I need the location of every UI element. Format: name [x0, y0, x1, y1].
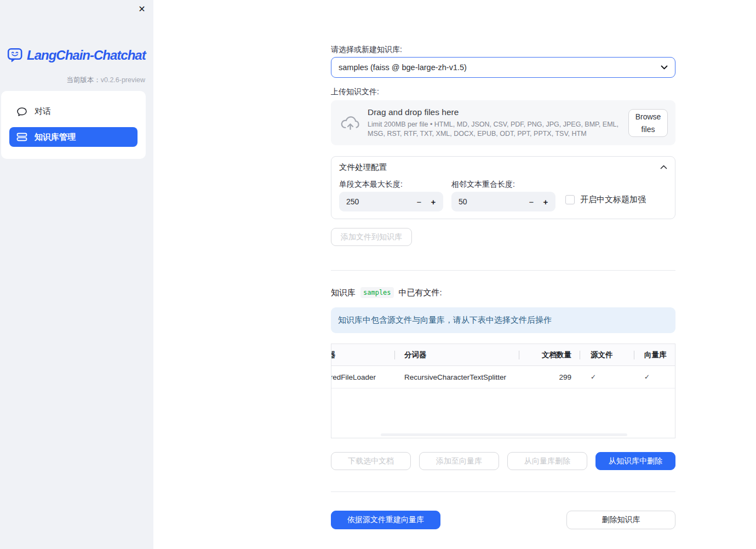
- delete-from-kb-button[interactable]: 从知识库中删除: [595, 452, 675, 470]
- kb-files-heading: 知识库 samples 中已有文件:: [331, 287, 442, 298]
- column-header-doc-count[interactable]: 文档数量: [519, 344, 580, 365]
- table-row[interactable]: UnstructuredFileLoader RecursiveCharacte…: [331, 366, 675, 388]
- expander-title: 文件处理配置: [339, 162, 387, 173]
- kb-files-table[interactable]: 文档加载器 分词器 文档数量 源文件 向量库 UnstructuredFileL…: [331, 344, 675, 438]
- info-banner: 知识库中包含源文件与向量库，请从下表中选择文件后操作: [331, 307, 675, 333]
- chevron-up-icon: [660, 165, 667, 169]
- column-header-splitter[interactable]: 分词器: [395, 344, 519, 365]
- rebuild-vector-store-button[interactable]: 依据源文件重建向量库: [331, 511, 440, 529]
- version-text: 当前版本：v0.2.6-preview: [66, 76, 145, 85]
- chevron-down-icon: [661, 65, 668, 70]
- app-title: LangChain-Chatchat: [27, 48, 146, 63]
- column-header-vector-store[interactable]: 向量库: [634, 344, 675, 365]
- info-banner-text: 知识库中包含源文件与向量库，请从下表中选择文件后操作: [338, 315, 552, 325]
- table-header: 文档加载器 分词器 文档数量 源文件 向量库: [331, 344, 675, 366]
- dropzone-limit: Limit 200MB per file • HTML, MD, JSON, C…: [368, 120, 626, 138]
- chunk-size-decrement-button[interactable]: −: [412, 197, 426, 207]
- zh-title-enhance-row: 开启中文标题加强: [565, 195, 646, 205]
- overlap-value: 50: [451, 197, 524, 206]
- kb-select-label: 请选择或新建知识库:: [331, 45, 402, 55]
- delete-kb-button[interactable]: 删除知识库: [566, 511, 675, 529]
- overlap-label: 相邻文本重合长度:: [451, 180, 515, 190]
- chunk-size-value: 250: [339, 197, 412, 206]
- add-files-to-kb-button[interactable]: 添加文件到知识库: [331, 228, 412, 246]
- zh-title-enhance-label: 开启中文标题加强: [580, 195, 646, 205]
- zh-title-enhance-checkbox[interactable]: [565, 195, 575, 204]
- sidebar: ✕ LangChain-Chatchat 当前版本：v0.2.6-preview…: [0, 0, 153, 549]
- delete-from-vector-store-button[interactable]: 从向量库删除: [507, 452, 587, 470]
- expander-header[interactable]: 文件处理配置: [331, 157, 675, 178]
- dropzone-instructions: Drag and drop files here Limit 200MB per…: [368, 107, 626, 138]
- logo-chat-icon: [7, 47, 23, 63]
- file-actions: 下载选中文档 添加至向量库 从向量库删除 从知识库中删除: [331, 452, 675, 470]
- dropzone-title: Drag and drop files here: [368, 107, 626, 117]
- overlap-increment-button[interactable]: +: [539, 197, 553, 207]
- overlap-input[interactable]: 50 − +: [451, 192, 555, 211]
- kb-files-prefix: 知识库: [331, 288, 356, 298]
- download-selected-button[interactable]: 下载选中文档: [331, 452, 411, 470]
- kb-name-code: samples: [360, 287, 394, 298]
- cloud-upload-icon: [340, 116, 360, 130]
- cell-source-file-check: ✓: [580, 366, 634, 388]
- column-header-loader[interactable]: 文档加载器: [331, 344, 395, 365]
- sidebar-item-knowledge-base[interactable]: 知识库管理: [9, 127, 138, 147]
- main-area: 请选择或新建知识库: samples (faiss @ bge-large-zh…: [153, 0, 756, 549]
- sidebar-menu: 对话 知识库管理: [1, 91, 146, 159]
- cell-doc-count: 299: [519, 366, 580, 388]
- kb-files-suffix: 中已有文件:: [399, 288, 442, 298]
- app-logo: LangChain-Chatchat: [7, 47, 146, 63]
- chunk-size-input[interactable]: 250 − +: [339, 192, 443, 211]
- knowledge-base-icon: [16, 131, 27, 142]
- sidebar-item-label: 对话: [35, 106, 51, 117]
- table-horizontal-scrollbar[interactable]: [381, 433, 627, 436]
- chunk-size-label: 单段文本最大长度:: [339, 180, 403, 190]
- cell-loader: UnstructuredFileLoader: [331, 366, 395, 388]
- browse-files-button[interactable]: Browse files: [628, 109, 668, 137]
- chunk-size-increment-button[interactable]: +: [426, 197, 440, 207]
- file-dropzone[interactable]: Drag and drop files here Limit 200MB per…: [331, 100, 675, 145]
- divider: [331, 270, 675, 271]
- sidebar-item-dialogue[interactable]: 对话: [9, 102, 138, 121]
- column-header-source-file[interactable]: 源文件: [580, 344, 634, 365]
- file-config-expander: 文件处理配置 单段文本最大长度: 相邻文本重合长度: 250 − + 50 − …: [331, 156, 675, 219]
- kb-select-value: samples (faiss @ bge-large-zh-v1.5): [339, 63, 661, 72]
- chat-bubble-icon: [16, 106, 27, 117]
- kb-select[interactable]: samples (faiss @ bge-large-zh-v1.5): [331, 57, 675, 78]
- overlap-decrement-button[interactable]: −: [524, 197, 539, 207]
- add-to-vector-store-button[interactable]: 添加至向量库: [419, 452, 499, 470]
- sidebar-item-label: 知识库管理: [35, 132, 76, 142]
- close-sidebar-icon[interactable]: ✕: [136, 3, 148, 15]
- cell-splitter: RecursiveCharacterTextSplitter: [395, 366, 519, 388]
- cell-vector-store-check: ✓: [634, 366, 675, 388]
- kb-actions: 依据源文件重建向量库 删除知识库: [331, 511, 675, 529]
- divider: [331, 491, 675, 492]
- upload-label: 上传知识文件:: [331, 87, 379, 97]
